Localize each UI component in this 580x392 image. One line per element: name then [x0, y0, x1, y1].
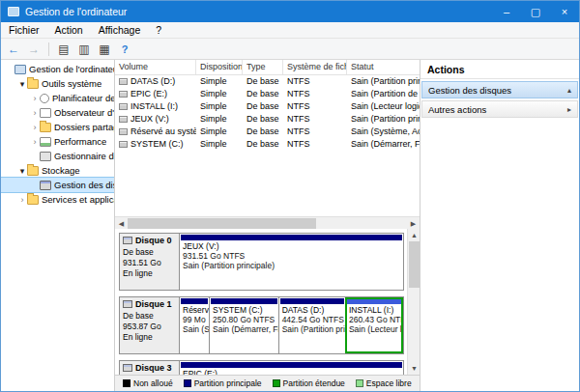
scroll-down-icon[interactable]: ▼: [408, 362, 420, 375]
tree-item-gestion-de-l-ordinateur-local[interactable]: Gestion de l'ordinateur (local): [1, 62, 114, 76]
volume-row-install-i[interactable]: INSTALL (I:)SimpleDe baseNTFSSain (Lecte…: [115, 100, 420, 113]
tree-item-observateur-d-eveneme[interactable]: ›Observateur d'événeme: [1, 105, 114, 120]
volume-row-datas-d[interactable]: DATAS (D:)SimpleDe baseNTFSSain (Partiti…: [115, 75, 420, 88]
menu-fichier[interactable]: Fichier: [1, 22, 47, 38]
chevron-down-icon[interactable]: ▾: [17, 79, 27, 89]
column-header-volume[interactable]: Volume: [115, 60, 196, 74]
volume-icon: [119, 78, 128, 85]
tree-item-performance[interactable]: ›Performance: [1, 134, 114, 149]
volume-row-reserve-au-systeme[interactable]: Réservé au systèmeSimpleDe baseNTFSSain …: [115, 126, 420, 138]
partition-size: 99 Mo: [180, 315, 209, 324]
chevron-right-icon[interactable]: ›: [17, 195, 27, 205]
horizontal-scroll-thumb[interactable]: [128, 218, 316, 229]
partition-epic-e[interactable]: EPIC (E:): [180, 361, 403, 375]
close-button[interactable]: ×: [550, 1, 579, 22]
tree-item-label: Planificateur de tâches: [52, 93, 114, 103]
volume-table-header: VolumeDispositionTypeSystème de fichiers…: [115, 60, 420, 75]
help-icon[interactable]: ?: [116, 41, 133, 58]
tree-item-label: Outils système: [42, 78, 102, 89]
properties-icon[interactable]: ▦: [96, 41, 113, 58]
partition-datas-d[interactable]: DATAS (D:)442.54 Go NTFSSain (Partition …: [278, 297, 345, 353]
volume-icon: [119, 141, 128, 148]
disk-icon: [123, 300, 132, 308]
console-tree: Gestion de l'ordinateur (local)▾Outils s…: [1, 60, 115, 391]
chevron-right-icon[interactable]: ›: [30, 123, 40, 132]
tree-item-planificateur-de-taches[interactable]: ›Planificateur de tâches: [1, 91, 114, 105]
partition-legend: Non allouéPartition principalePartition …: [115, 375, 420, 391]
chevron-up-icon[interactable]: ▴: [567, 86, 571, 95]
volume-icon: [119, 91, 128, 98]
partition-label: Réserv: [180, 305, 209, 315]
partition-color-strip: [280, 298, 344, 304]
partition-status: Sain (Partition principale): [180, 261, 403, 270]
disk-info-disque-3[interactable]: Disque 3De base: [120, 361, 180, 375]
partition-color-strip: [181, 298, 208, 304]
chevron-right-icon[interactable]: ›: [30, 108, 40, 118]
partition-status: Sain (Lecteur logique): [346, 324, 403, 334]
disk-info-line: 953.87 Go: [123, 322, 176, 332]
vertical-scroll-thumb[interactable]: [409, 241, 420, 288]
disk-graph-region: Disque 0De base931.51 GoEn ligneJEUX (V:…: [115, 229, 420, 375]
action-section-gestion-des-disques[interactable]: Gestion des disques▴: [421, 81, 578, 98]
partition-system-c[interactable]: SYSTEM (C:)250.80 Go NTFSSain (Démarrer,…: [209, 297, 278, 353]
back-icon[interactable]: ←: [5, 41, 22, 58]
horizontal-scrollbar[interactable]: ◀ ▶: [115, 216, 420, 229]
menu-affichage[interactable]: Affichage: [91, 22, 149, 38]
volume-row-system-c[interactable]: SYSTEM (C:)SimpleDe baseNTFSSain (Démarr…: [115, 138, 420, 151]
console-tree-icon[interactable]: ▤: [55, 41, 72, 58]
disk-info-disque-0[interactable]: Disque 0De base931.51 GoEn ligne: [120, 234, 180, 290]
tree-item-label: Gestionnaire de périphé: [54, 151, 114, 161]
disk-list: Disque 0De base931.51 GoEn ligneJEUX (V:…: [115, 229, 407, 375]
disk-row-disque-0: Disque 0De base931.51 GoEn ligneJEUX (V:…: [119, 233, 404, 291]
volume-row-epic-e[interactable]: EPIC (E:)SimpleDe baseNTFSSain (Partitio…: [115, 88, 420, 100]
menu-action[interactable]: Action: [47, 22, 91, 38]
toolbar-separator: [48, 42, 49, 56]
legend-partition-principale: Partition principale: [184, 378, 262, 388]
partition-label: JEUX (V:): [180, 241, 403, 251]
tree-item-dossiers-partages[interactable]: ›Dossiers partagés: [1, 120, 114, 134]
tree-item-label: Dossiers partagés: [54, 122, 114, 132]
folder-icon: [27, 166, 39, 176]
partition-jeux-v[interactable]: JEUX (V:)931.51 Go NTFSSain (Partition p…: [180, 234, 403, 290]
partition-color-strip: [181, 235, 402, 240]
volume-row-jeux-v[interactable]: JEUX (V:)SimpleDe baseNTFSSain (Partitio…: [115, 113, 420, 126]
window-controls: –▢×: [492, 1, 579, 22]
chevron-right-icon[interactable]: ›: [30, 137, 40, 147]
legend-swatch: [273, 379, 280, 387]
tree-item-gestion-des-disques[interactable]: Gestion des disques: [1, 178, 114, 192]
minimize-button[interactable]: –: [492, 1, 521, 22]
menu-[interactable]: ?: [148, 22, 169, 38]
column-header-type[interactable]: Type: [243, 60, 283, 74]
performance-icon: [40, 137, 51, 147]
column-header-statut[interactable]: Statut: [347, 60, 420, 74]
vertical-scrollbar[interactable]: ▲ ▼: [407, 229, 420, 375]
disk-info-line: En ligne: [123, 332, 176, 343]
tree-item-outils-systeme[interactable]: ▾Outils système: [1, 76, 114, 91]
partition-reserv[interactable]: Réserv99 MoSain (S: [180, 297, 209, 353]
partition-color-strip: [181, 362, 402, 368]
window-title: Gestion de l'ordinateur: [25, 6, 492, 17]
chevron-right-icon[interactable]: ▸: [567, 105, 571, 114]
column-header-systeme-de-fichiers[interactable]: Système de fichiers: [283, 60, 347, 74]
disk-icon: [123, 237, 132, 244]
partition-color-strip: [211, 298, 277, 304]
scroll-left-icon[interactable]: ◀: [115, 217, 128, 230]
scroll-up-icon[interactable]: ▲: [408, 229, 420, 241]
tree-item-gestionnaire-de-periphe[interactable]: Gestionnaire de périphé: [1, 149, 114, 163]
tree-item-stockage[interactable]: ▾Stockage: [1, 163, 114, 178]
chevron-right-icon[interactable]: ›: [30, 94, 40, 103]
chevron-down-icon[interactable]: ▾: [17, 166, 27, 176]
forward-icon[interactable]: →: [25, 41, 43, 58]
export-list-icon[interactable]: ▥: [75, 41, 93, 58]
tree-item-label: Gestion de l'ordinateur (local): [29, 64, 114, 74]
disk-info-line: De base: [123, 247, 176, 258]
folder-icon: [27, 79, 39, 89]
partition-install-i[interactable]: INSTALL (I:)260.43 Go NTFSSain (Lecteur …: [345, 297, 403, 353]
action-section-autres-actions[interactable]: Autres actions▸: [421, 100, 578, 118]
tree-item-services-et-applications[interactable]: ›Services et applications: [1, 192, 114, 207]
volume-list: VolumeDispositionTypeSystème de fichiers…: [115, 60, 420, 216]
disk-info-disque-1[interactable]: Disque 1De base953.87 GoEn ligne: [120, 297, 180, 353]
column-header-disposition[interactable]: Disposition: [196, 60, 243, 74]
actions-title: Actions: [420, 60, 579, 79]
maximize-button[interactable]: ▢: [521, 1, 550, 22]
